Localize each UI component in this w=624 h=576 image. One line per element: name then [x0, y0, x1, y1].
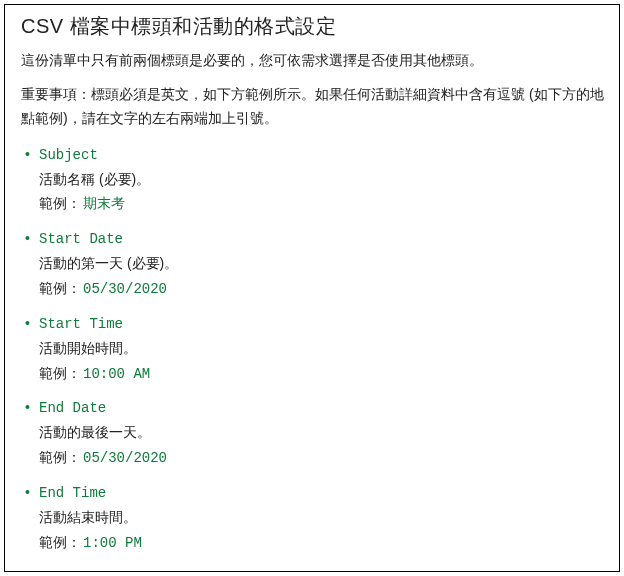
example-value: 1:00 PM	[83, 535, 142, 551]
example-label: 範例：	[39, 534, 81, 550]
field-name: Subject	[39, 145, 607, 166]
example-value: 期末考	[83, 196, 125, 212]
example-label: 範例：	[39, 195, 81, 211]
field-desc: 活動開始時間。	[39, 337, 607, 361]
list-item: Start Date 活動的第一天 (必要)。 範例：05/30/2020	[25, 229, 607, 302]
field-list: Subject 活動名稱 (必要)。 範例：期末考 Start Date 活動的…	[21, 145, 607, 572]
field-desc: 活動結束時間。	[39, 506, 607, 530]
field-desc: 活動名稱 (必要)。	[39, 168, 607, 192]
field-name: End Date	[39, 398, 607, 419]
example-value: 10:00 AM	[83, 366, 150, 382]
field-example: 範例：期末考	[39, 192, 607, 217]
list-item: Subject 活動名稱 (必要)。 範例：期末考	[25, 145, 607, 218]
doc-frame: CSV 檔案中標頭和活動的格式設定 這份清單中只有前兩個標頭是必要的，您可依需求…	[4, 4, 620, 572]
example-value: 05/30/2020	[83, 281, 167, 297]
example-label: 範例：	[39, 365, 81, 381]
example-label: 範例：	[39, 280, 81, 296]
field-example: 範例：05/30/2020	[39, 277, 607, 302]
field-name: All Day Event	[39, 568, 607, 572]
page-title: CSV 檔案中標頭和活動的格式設定	[21, 13, 607, 40]
important-note: 重要事項：標頭必須是英文，如下方範例所示。如果任何活動詳細資料中含有逗號 (如下…	[21, 83, 607, 131]
field-desc: 活動的第一天 (必要)。	[39, 252, 607, 276]
field-example: 範例：1:00 PM	[39, 531, 607, 556]
example-label: 範例：	[39, 449, 81, 465]
field-example: 範例：05/30/2020	[39, 446, 607, 471]
intro-text: 這份清單中只有前兩個標頭是必要的，您可依需求選擇是否使用其他標頭。	[21, 50, 607, 71]
example-value: 05/30/2020	[83, 450, 167, 466]
field-example: 範例：10:00 AM	[39, 362, 607, 387]
field-name: End Time	[39, 483, 607, 504]
list-item: End Time 活動結束時間。 範例：1:00 PM	[25, 483, 607, 556]
list-item: All Day Event 這個活動是否為全天活動。如果是全天活動，請輸入 Tr…	[25, 568, 607, 572]
list-item: End Date 活動的最後一天。 範例：05/30/2020	[25, 398, 607, 471]
field-desc: 活動的最後一天。	[39, 421, 607, 445]
field-name: Start Time	[39, 314, 607, 335]
list-item: Start Time 活動開始時間。 範例：10:00 AM	[25, 314, 607, 387]
field-name: Start Date	[39, 229, 607, 250]
